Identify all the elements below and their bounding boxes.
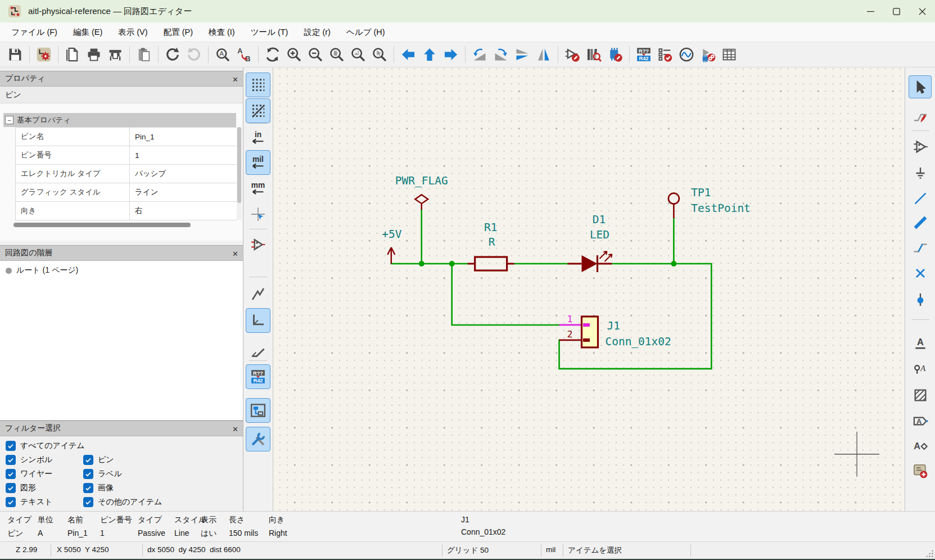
resize-grip[interactable] [925,549,933,557]
pin1-number[interactable]: 1 [567,314,573,324]
place-power-port-button[interactable] [909,161,932,184]
collapse-icon[interactable]: − [5,116,13,124]
menu-file[interactable]: ファイル (F) [3,27,65,38]
zoom-fit-page-button[interactable] [326,44,347,65]
undo-button[interactable] [162,44,183,65]
property-row-pin-number[interactable]: ピン番号1 [16,146,237,165]
menu-tools[interactable]: ツール (T) [243,27,296,38]
plot-button[interactable] [105,44,126,65]
cursor-shape-button[interactable] [246,202,270,227]
redo-button[interactable] [183,44,205,65]
paste-button[interactable] [133,44,155,65]
schematic-canvas[interactable]: +5V PWR_FLAG R1 R [273,67,905,511]
rotate-cw-button[interactable] [490,44,512,65]
place-junction-button[interactable] [909,288,932,311]
properties-vertical-scrollbar[interactable] [237,127,242,220]
hv-wire-button[interactable] [246,308,270,333]
properties-horizontal-scrollbar[interactable] [13,223,205,228]
print-button[interactable] [83,44,105,65]
draw-wire-button[interactable] [909,187,932,210]
r1-value[interactable]: R [489,236,495,249]
tp1-reference[interactable]: TP1 [691,186,711,199]
units-mils-button[interactable]: mil [246,150,270,175]
power-symbol-plus5v[interactable]: +5V [382,228,401,264]
grid-visibility-button[interactable] [246,73,270,97]
auto-annotate-button[interactable]: R??R42 [246,364,270,389]
property-row-graphic-style[interactable]: グラフィック スタイルライン [16,183,237,202]
page-settings-button[interactable] [62,44,83,65]
d1-reference[interactable]: D1 [593,213,606,226]
filter-text[interactable]: テキスト [6,497,52,507]
zoom-out-button[interactable] [305,44,326,65]
schematic-setup-button[interactable] [33,44,55,65]
d1-value[interactable]: LED [590,228,609,241]
hierarchy-navigator-button[interactable] [246,398,270,423]
simulator-button[interactable] [676,44,697,65]
highlight-net-button[interactable] [909,106,932,129]
checkbox-checked-icon[interactable] [83,497,93,507]
menu-place[interactable]: 配置 (P) [156,27,201,38]
select-tool-button[interactable] [909,75,932,98]
wire-45-button[interactable] [246,338,270,363]
resistor-r1[interactable]: R1 R [468,221,514,270]
menu-preferences[interactable]: 設定 (r) [296,27,338,38]
nav-forward-button[interactable] [440,44,462,65]
refresh-view-button[interactable] [262,44,283,65]
browse-symbol-libraries-button[interactable] [583,44,604,65]
place-global-label-button[interactable]: A [909,409,932,432]
j1-value[interactable]: Conn_01x02 [605,335,671,348]
place-net-label-button[interactable]: A [909,332,932,355]
edit-symbol-button[interactable] [562,44,583,65]
checkbox-checked-icon[interactable] [6,497,16,507]
wire-to-bus-entry-button[interactable] [909,236,932,259]
hidden-pins-button[interactable] [246,232,270,257]
checkbox-checked-icon[interactable] [6,455,16,465]
menu-inspect[interactable]: 検査 (I) [201,27,243,38]
hierarchy-panel-close-icon[interactable]: ✕ [232,246,238,261]
filter-panel-close-icon[interactable]: ✕ [232,421,238,437]
pin2-number[interactable]: 2 [567,329,573,340]
find-button[interactable]: A [212,44,233,65]
units-mm-button[interactable]: mm [246,176,270,201]
filter-images[interactable]: 画像 [83,483,114,493]
property-row-orientation[interactable]: 向き右 [16,202,237,220]
place-netclass-directive-button[interactable]: A [909,358,932,381]
menu-help[interactable]: ヘルプ (H) [338,27,393,38]
led-d1[interactable]: D1 LED [568,213,612,272]
filter-graphics[interactable]: 図形 [6,483,36,493]
checkbox-checked-icon[interactable] [83,469,93,479]
run-erc-button[interactable] [654,44,676,65]
tp1-value[interactable]: TestPoint [691,202,751,215]
checkbox-checked-icon[interactable] [83,455,93,465]
menu-view[interactable]: 表示 (V) [110,27,155,38]
filter-wires[interactable]: ワイヤー [6,469,52,479]
properties-panel-toggle-button[interactable] [246,427,270,451]
rotate-ccw-button[interactable] [469,44,490,65]
edit-footprint-button[interactable] [604,44,626,65]
connector-j1[interactable]: 1 2 J1 Conn_01x02 [559,314,671,348]
zoom-in-button[interactable] [283,44,305,65]
checkbox-checked-icon[interactable] [83,483,93,493]
zoom-selection-button[interactable] [369,44,390,65]
power-flag-label[interactable]: PWR_FLAG [395,174,448,187]
filter-symbols[interactable]: シンボル [6,455,52,465]
save-button[interactable] [4,44,26,65]
properties-panel-close-icon[interactable]: ✕ [232,71,238,87]
power-flag-symbol[interactable]: PWR_FLAG [395,174,448,210]
nav-back-button[interactable] [398,44,419,65]
testpoint-tp1[interactable]: TP1 TestPoint [668,186,751,218]
property-row-pin-name[interactable]: ピン名Pin_1 [16,128,237,146]
annotate-button[interactable]: R??R42 [633,44,654,65]
assign-footprints-button[interactable] [697,44,719,65]
menu-edit[interactable]: 編集 (E) [65,27,110,38]
hierarchy-root-item[interactable]: ルート (1 ページ) [0,261,243,276]
no-connect-button[interactable] [909,261,932,284]
free-angle-wire-button[interactable] [246,282,270,306]
draw-bus-button[interactable] [909,211,932,234]
filter-other-items[interactable]: その他のアイテム [83,497,162,507]
checkbox-checked-icon[interactable] [6,469,16,479]
j1-reference[interactable]: J1 [607,319,620,332]
zoom-fit-objects-button[interactable] [347,44,369,65]
filter-pins[interactable]: ピン [83,455,114,465]
r1-reference[interactable]: R1 [484,221,497,234]
